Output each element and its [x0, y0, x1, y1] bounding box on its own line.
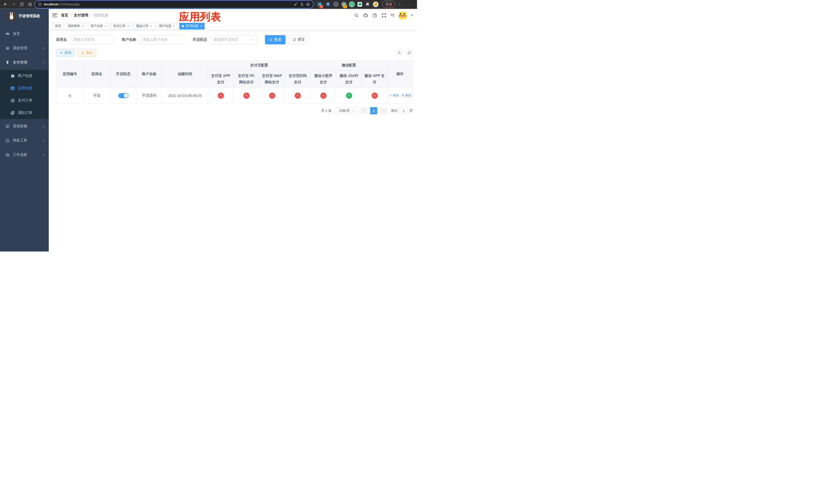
- pagination-total: 共 1 条: [321, 109, 332, 113]
- sidebar-toggle-icon[interactable]: [52, 14, 58, 17]
- yen-circle-icon: [10, 98, 15, 103]
- tab-process-form[interactable]: 流程表单×: [65, 23, 86, 29]
- sidebar-item-app-info[interactable]: 应用信息: [0, 82, 49, 94]
- url-host: localhost: [44, 2, 59, 6]
- grid-icon: [10, 86, 15, 91]
- breadcrumb-home[interactable]: 首页: [61, 13, 68, 18]
- ext-recorder-icon[interactable]: 1: [341, 2, 347, 7]
- close-icon[interactable]: ×: [82, 25, 84, 28]
- ext-command-icon[interactable]: ⌘: [333, 2, 339, 7]
- merchant-name-label: 商户名称: [122, 38, 136, 42]
- tab-merchant-info[interactable]: 商户信息×: [156, 23, 178, 29]
- ext-y-icon[interactable]: y: [349, 2, 355, 7]
- navbar-actions: TT: [354, 12, 413, 19]
- sidebar-item-refund-orders[interactable]: 退款订单: [0, 107, 49, 119]
- export-button[interactable]: 导出: [78, 49, 96, 56]
- gear-icon: [5, 46, 10, 50]
- extensions-puzzle-icon[interactable]: [365, 2, 371, 7]
- url-text: localhost:1024/pay/app: [44, 2, 292, 6]
- github-icon[interactable]: [363, 13, 368, 18]
- tab-home[interactable]: 首页: [52, 23, 64, 29]
- sidebar-item-system[interactable]: 系统管理: [0, 41, 49, 55]
- ext-devtools-icon[interactable]: 10: [317, 2, 323, 7]
- fullscreen-icon[interactable]: [381, 13, 386, 18]
- search-icon[interactable]: [354, 13, 359, 18]
- site-info-icon[interactable]: [38, 2, 42, 6]
- delete-link[interactable]: 删除: [401, 93, 411, 98]
- sidebar-logo[interactable]: 芋道管理系统: [0, 9, 49, 23]
- sidebar-item-label: 首页: [13, 31, 45, 36]
- address-bar[interactable]: localhost:1024/pay/app: [35, 1, 313, 8]
- next-page-button[interactable]: [380, 107, 387, 114]
- app-name-input[interactable]: 请输入应用名: [70, 35, 114, 44]
- status-select[interactable]: 请选择开启状态: [210, 35, 257, 44]
- col-header-wechat-mini: 微信小程序支付: [311, 70, 336, 88]
- sidebar-item-infrastructure[interactable]: 基础设施: [0, 119, 49, 133]
- refresh-table-button[interactable]: [405, 49, 413, 56]
- sidebar-item-label: 退款订单: [18, 111, 32, 115]
- status-icon: ×: [269, 93, 275, 99]
- ext-balloon-icon[interactable]: [325, 2, 331, 7]
- documents-icon: [10, 111, 15, 115]
- goto-page-input[interactable]: [399, 107, 408, 114]
- hide-search-button[interactable]: [395, 49, 403, 56]
- user-avatar[interactable]: [399, 12, 407, 19]
- home-icon[interactable]: [27, 1, 33, 8]
- sidebar-item-label: 支付订单: [18, 98, 32, 103]
- edit-link[interactable]: 修改: [389, 93, 399, 98]
- prev-page-button[interactable]: [360, 107, 368, 114]
- status-icon: ×: [372, 93, 378, 99]
- status-icon: ×: [295, 93, 301, 99]
- sidebar-item-pay-orders[interactable]: 支付订单: [0, 94, 49, 107]
- sidebar-item-label: 支付管理: [13, 60, 40, 65]
- close-icon[interactable]: ×: [173, 25, 175, 28]
- tab-pay-orders[interactable]: 支付订单×: [111, 23, 132, 29]
- status-toggle[interactable]: [118, 93, 129, 98]
- tab-user-group[interactable]: 用户分组×: [88, 23, 109, 29]
- sidebar-item-label: 系统管理: [13, 46, 40, 50]
- input-placeholder: 请输入应用名: [73, 38, 95, 42]
- chevron-down-icon: [43, 139, 45, 141]
- col-header-status: 开启状态: [110, 61, 136, 88]
- sidebar-item-workflow[interactable]: 工作流程: [0, 148, 49, 162]
- chrome-update-button[interactable]: 更新: [382, 1, 395, 8]
- font-size-icon[interactable]: TT: [391, 14, 394, 18]
- merchant-name-input[interactable]: 请输入商户名称: [139, 35, 184, 44]
- avatar-caret-icon[interactable]: [411, 15, 413, 16]
- close-icon[interactable]: ×: [127, 25, 130, 28]
- breadcrumb-payment[interactable]: 支付管理: [74, 13, 88, 18]
- share-icon[interactable]: [300, 2, 304, 6]
- tab-app-info[interactable]: 应用信息×: [179, 23, 205, 29]
- sidebar-item-dev-tools[interactable]: 研发工具: [0, 133, 49, 148]
- close-icon[interactable]: ×: [150, 25, 152, 28]
- browser-profile-avatar[interactable]: [373, 2, 378, 7]
- plus-icon: [60, 51, 63, 54]
- page-number-1[interactable]: 1: [370, 107, 377, 114]
- col-header-merchant: 商户名称: [136, 61, 162, 88]
- refresh-icon: [408, 51, 411, 54]
- search-button[interactable]: 搜索: [265, 35, 285, 44]
- input-placeholder: 请输入商户名称: [142, 38, 168, 42]
- sidebar-item-home[interactable]: 首页: [0, 27, 49, 41]
- back-icon[interactable]: [2, 1, 9, 8]
- forward-icon[interactable]: [10, 1, 17, 8]
- bookmark-star-icon[interactable]: [306, 2, 310, 6]
- page-title-annotation: 应用列表: [179, 10, 221, 24]
- help-icon[interactable]: [372, 13, 377, 18]
- tab-refund-orders[interactable]: 退款订单×: [134, 23, 155, 29]
- close-icon[interactable]: ×: [200, 25, 202, 28]
- page-size-select[interactable]: 10条/页: [335, 107, 358, 114]
- reset-button[interactable]: 重置: [288, 35, 309, 44]
- password-key-icon[interactable]: [294, 2, 298, 6]
- ext-chat-icon[interactable]: [357, 2, 363, 7]
- reload-icon[interactable]: [19, 1, 25, 8]
- sidebar-item-payment[interactable]: ¥ 支付管理: [0, 55, 49, 70]
- cell-wechat-mini: ×: [311, 88, 336, 104]
- top-navbar: 首页 / 支付管理 / 应用信息 应用列表 TT: [49, 9, 417, 22]
- group-header-alipay: 支付宝配置: [208, 61, 311, 70]
- app-title: 芋道管理系统: [19, 14, 40, 19]
- sidebar-item-merchant-info[interactable]: 商户信息: [0, 70, 49, 82]
- browser-menu-icon[interactable]: ⋮: [398, 2, 402, 6]
- close-icon[interactable]: ×: [104, 25, 107, 28]
- add-button[interactable]: 新增: [56, 49, 74, 56]
